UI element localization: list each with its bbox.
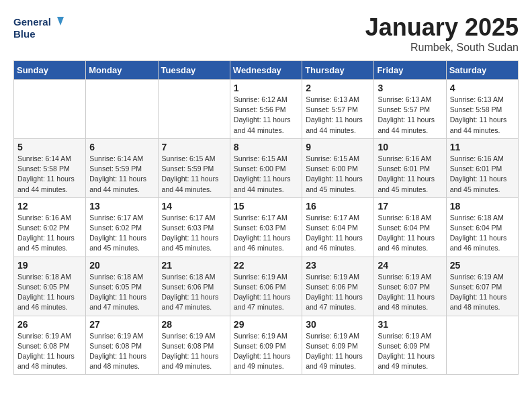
day-info: Sunrise: 6:16 AMSunset: 6:02 PMDaylight:… — [17, 214, 75, 253]
day-info: Sunrise: 6:14 AMSunset: 5:58 PMDaylight:… — [17, 154, 75, 193]
calendar-cell: 25Sunrise: 6:19 AMSunset: 6:07 PMDayligh… — [446, 257, 518, 316]
logo: General Blue — [13, 13, 67, 44]
day-number: 29 — [234, 319, 298, 330]
day-number: 18 — [450, 201, 515, 212]
day-number: 4 — [450, 83, 515, 93]
day-number: 6 — [89, 142, 154, 152]
day-number: 24 — [378, 260, 442, 271]
calendar-cell: 4Sunrise: 6:13 AMSunset: 5:58 PMDaylight… — [446, 80, 518, 139]
day-number: 23 — [306, 260, 370, 271]
day-info: Sunrise: 6:13 AMSunset: 5:58 PMDaylight:… — [450, 95, 507, 134]
calendar-cell: 29Sunrise: 6:19 AMSunset: 6:09 PMDayligh… — [230, 316, 302, 375]
calendar-table: SundayMondayTuesdayWednesdayThursdayFrid… — [13, 60, 519, 375]
calendar-cell: 19Sunrise: 6:18 AMSunset: 6:05 PMDayligh… — [14, 257, 86, 316]
calendar-cell: 11Sunrise: 6:16 AMSunset: 6:01 PMDayligh… — [446, 138, 518, 197]
day-number: 8 — [234, 142, 298, 152]
day-info: Sunrise: 6:19 AMSunset: 6:07 PMDaylight:… — [378, 273, 435, 312]
day-number: 10 — [378, 142, 442, 152]
calendar-cell: 5Sunrise: 6:14 AMSunset: 5:58 PMDaylight… — [14, 138, 86, 197]
day-info: Sunrise: 6:19 AMSunset: 6:07 PMDaylight:… — [450, 273, 507, 312]
day-info: Sunrise: 6:14 AMSunset: 5:59 PMDaylight:… — [89, 154, 146, 193]
week-row-1: 1Sunrise: 6:12 AMSunset: 5:56 PMDaylight… — [14, 80, 519, 139]
calendar-cell: 9Sunrise: 6:15 AMSunset: 6:00 PMDaylight… — [302, 138, 374, 197]
day-number: 26 — [17, 319, 82, 330]
day-number: 15 — [234, 201, 298, 212]
calendar-cell: 10Sunrise: 6:16 AMSunset: 6:01 PMDayligh… — [374, 138, 446, 197]
calendar-cell: 24Sunrise: 6:19 AMSunset: 6:07 PMDayligh… — [374, 257, 446, 316]
svg-text:Blue: Blue — [13, 28, 36, 40]
header-day-saturday: Saturday — [446, 61, 518, 80]
day-info: Sunrise: 6:17 AMSunset: 6:03 PMDaylight:… — [234, 214, 291, 253]
month-title: January 2025 — [365, 13, 519, 42]
calendar-cell: 13Sunrise: 6:17 AMSunset: 6:02 PMDayligh… — [86, 197, 158, 257]
day-number: 28 — [162, 319, 226, 330]
day-info: Sunrise: 6:17 AMSunset: 6:03 PMDaylight:… — [162, 214, 219, 253]
calendar-cell — [158, 80, 230, 139]
calendar-cell: 26Sunrise: 6:19 AMSunset: 6:08 PMDayligh… — [14, 316, 86, 375]
day-number: 22 — [234, 260, 298, 271]
day-number: 20 — [89, 260, 154, 271]
day-number: 17 — [378, 201, 442, 212]
header-day-tuesday: Tuesday — [158, 61, 230, 80]
calendar-cell: 30Sunrise: 6:19 AMSunset: 6:09 PMDayligh… — [302, 316, 374, 375]
week-row-5: 26Sunrise: 6:19 AMSunset: 6:08 PMDayligh… — [14, 316, 519, 375]
day-info: Sunrise: 6:18 AMSunset: 6:05 PMDaylight:… — [89, 273, 146, 312]
header-day-sunday: Sunday — [14, 61, 86, 80]
calendar-cell: 14Sunrise: 6:17 AMSunset: 6:03 PMDayligh… — [158, 197, 230, 257]
day-number: 11 — [450, 142, 515, 152]
calendar-cell: 20Sunrise: 6:18 AMSunset: 6:05 PMDayligh… — [86, 257, 158, 316]
calendar-cell: 18Sunrise: 6:18 AMSunset: 6:04 PMDayligh… — [446, 197, 518, 257]
day-number: 25 — [450, 260, 515, 271]
day-info: Sunrise: 6:19 AMSunset: 6:06 PMDaylight:… — [306, 273, 363, 312]
day-number: 19 — [17, 260, 82, 271]
calendar-cell: 3Sunrise: 6:13 AMSunset: 5:57 PMDaylight… — [374, 80, 446, 139]
calendar-cell: 7Sunrise: 6:15 AMSunset: 5:59 PMDaylight… — [158, 138, 230, 197]
day-number: 2 — [306, 83, 370, 93]
header-row: SundayMondayTuesdayWednesdayThursdayFrid… — [14, 61, 519, 80]
day-number: 14 — [162, 201, 226, 212]
page-header: General Blue January 2025 Rumbek, South … — [13, 13, 519, 54]
day-info: Sunrise: 6:13 AMSunset: 5:57 PMDaylight:… — [306, 95, 363, 134]
day-number: 27 — [89, 319, 154, 330]
day-info: Sunrise: 6:18 AMSunset: 6:06 PMDaylight:… — [162, 273, 219, 312]
day-number: 7 — [162, 142, 226, 152]
calendar-cell: 1Sunrise: 6:12 AMSunset: 5:56 PMDaylight… — [230, 80, 302, 139]
day-info: Sunrise: 6:12 AMSunset: 5:56 PMDaylight:… — [234, 95, 291, 134]
day-info: Sunrise: 6:19 AMSunset: 6:08 PMDaylight:… — [17, 332, 75, 371]
day-info: Sunrise: 6:18 AMSunset: 6:05 PMDaylight:… — [17, 273, 75, 312]
calendar-cell: 27Sunrise: 6:19 AMSunset: 6:08 PMDayligh… — [86, 316, 158, 375]
day-number: 13 — [89, 201, 154, 212]
day-number: 3 — [378, 83, 442, 93]
day-info: Sunrise: 6:19 AMSunset: 6:08 PMDaylight:… — [162, 332, 219, 371]
day-info: Sunrise: 6:15 AMSunset: 5:59 PMDaylight:… — [162, 154, 219, 193]
day-number: 31 — [378, 319, 442, 330]
day-info: Sunrise: 6:19 AMSunset: 6:08 PMDaylight:… — [89, 332, 146, 371]
day-number: 16 — [306, 201, 370, 212]
location: Rumbek, South Sudan — [365, 42, 519, 54]
header-day-monday: Monday — [86, 61, 158, 80]
header-day-wednesday: Wednesday — [230, 61, 302, 80]
day-info: Sunrise: 6:19 AMSunset: 6:09 PMDaylight:… — [306, 332, 363, 371]
calendar-cell: 2Sunrise: 6:13 AMSunset: 5:57 PMDaylight… — [302, 80, 374, 139]
calendar-cell: 12Sunrise: 6:16 AMSunset: 6:02 PMDayligh… — [14, 197, 86, 257]
day-info: Sunrise: 6:19 AMSunset: 6:06 PMDaylight:… — [234, 273, 291, 312]
week-row-3: 12Sunrise: 6:16 AMSunset: 6:02 PMDayligh… — [14, 197, 519, 257]
calendar-cell: 23Sunrise: 6:19 AMSunset: 6:06 PMDayligh… — [302, 257, 374, 316]
calendar-cell — [86, 80, 158, 139]
header-day-thursday: Thursday — [302, 61, 374, 80]
calendar-cell: 8Sunrise: 6:15 AMSunset: 6:00 PMDaylight… — [230, 138, 302, 197]
day-info: Sunrise: 6:17 AMSunset: 6:04 PMDaylight:… — [306, 214, 363, 253]
day-number: 5 — [17, 142, 82, 152]
day-info: Sunrise: 6:15 AMSunset: 6:00 PMDaylight:… — [306, 154, 363, 193]
day-info: Sunrise: 6:16 AMSunset: 6:01 PMDaylight:… — [378, 154, 435, 193]
calendar-cell: 17Sunrise: 6:18 AMSunset: 6:04 PMDayligh… — [374, 197, 446, 257]
day-info: Sunrise: 6:19 AMSunset: 6:09 PMDaylight:… — [378, 332, 435, 371]
logo-icon: General Blue — [13, 13, 67, 44]
header-day-friday: Friday — [374, 61, 446, 80]
calendar-cell: 6Sunrise: 6:14 AMSunset: 5:59 PMDaylight… — [86, 138, 158, 197]
day-number: 21 — [162, 260, 226, 271]
day-info: Sunrise: 6:17 AMSunset: 6:02 PMDaylight:… — [89, 214, 146, 253]
day-info: Sunrise: 6:15 AMSunset: 6:00 PMDaylight:… — [234, 154, 291, 193]
calendar-cell — [446, 316, 518, 375]
day-number: 12 — [17, 201, 82, 212]
